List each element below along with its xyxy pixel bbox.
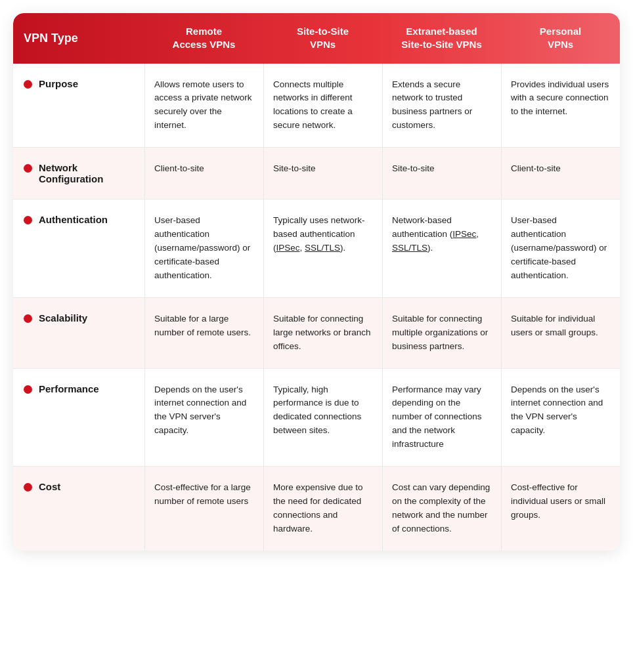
table-row: AuthenticationUser-based authentication … (13, 200, 620, 298)
row-dot (24, 80, 32, 89)
data-cell: Depends on the user's internet connectio… (501, 369, 620, 467)
row-dot (24, 385, 32, 394)
label-text: Network Configuration (39, 162, 134, 184)
data-cell: Typically, high performance is due to de… (263, 369, 382, 467)
data-cell: Network-based authentication (IPSec, SSL… (382, 200, 501, 297)
data-cell: Suitable for a large number of remote us… (144, 298, 263, 368)
row-label: Network Configuration (13, 148, 144, 199)
data-cell: Performance may vary depending on the nu… (382, 369, 501, 467)
data-cell: User-based authentication (username/pass… (501, 200, 620, 297)
row-dot (24, 314, 32, 323)
data-cell: More expensive due to the need for dedic… (263, 467, 382, 551)
data-cell: Cost-effective for individual users or s… (501, 467, 620, 551)
table-row: ScalabilitySuitable for a large number o… (13, 298, 620, 369)
data-cell: Extends a secure network to trusted busi… (382, 64, 501, 148)
label-text: Cost (39, 481, 60, 492)
table-row: PurposeAllows remote users to access a p… (13, 64, 620, 148)
data-cell: Suitable for connecting multiple organiz… (382, 298, 501, 368)
table-row: CostCost-effective for a large number of… (13, 467, 620, 551)
vpn-comparison-table: VPN Type RemoteAccess VPNs Site-to-SiteV… (13, 13, 620, 551)
row-label: Purpose (13, 64, 144, 148)
row-dot (24, 216, 32, 224)
label-text: Purpose (39, 78, 78, 89)
data-cell: Provides individual users with a secure … (501, 64, 620, 148)
row-label: Scalability (13, 298, 144, 368)
header-personal: PersonalVPNs (501, 13, 620, 64)
label-text: Scalability (39, 312, 87, 324)
table-header: VPN Type RemoteAccess VPNs Site-to-SiteV… (13, 13, 620, 64)
data-cell: Cost-effective for a large number of rem… (144, 467, 263, 551)
row-label: Cost (13, 467, 144, 551)
table-row: PerformanceDepends on the user's interne… (13, 369, 620, 467)
data-cell: Site-to-site (263, 148, 382, 199)
data-cell: Allows remote users to access a private … (144, 64, 263, 148)
header-extranet: Extranet-basedSite-to-Site VPNs (382, 13, 501, 64)
data-cell: Connects multiple networks in different … (263, 64, 382, 148)
header-vpn-type: VPN Type (13, 13, 144, 64)
data-cell: Depends on the user's internet connectio… (144, 369, 263, 467)
data-cell: Cost can vary depending on the complexit… (382, 467, 501, 551)
row-dot (24, 164, 32, 173)
data-cell: Suitable for connecting large networks o… (263, 298, 382, 368)
data-cell: Suitable for individual users or small g… (501, 298, 620, 368)
data-cell: Client-to-site (144, 148, 263, 199)
row-label: Authentication (13, 200, 144, 297)
row-label: Performance (13, 369, 144, 467)
label-text: Performance (39, 383, 99, 394)
table-body: PurposeAllows remote users to access a p… (13, 64, 620, 551)
header-site-to-site: Site-to-SiteVPNs (263, 13, 382, 64)
data-cell: User-based authentication (username/pass… (144, 200, 263, 297)
data-cell: Site-to-site (382, 148, 501, 199)
row-dot (24, 483, 32, 492)
header-remote-access: RemoteAccess VPNs (144, 13, 263, 64)
label-text: Authentication (39, 214, 108, 225)
data-cell: Typically uses network-based authenticat… (263, 200, 382, 297)
data-cell: Client-to-site (501, 148, 620, 199)
table-row: Network ConfigurationClient-to-siteSite-… (13, 148, 620, 200)
